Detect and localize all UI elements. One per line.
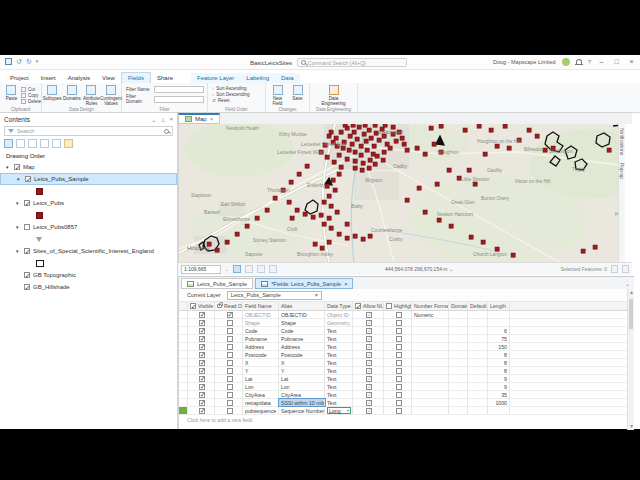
number-format-cell[interactable]: [412, 391, 449, 398]
domains-button[interactable]: Domains: [63, 85, 81, 106]
paste-button[interactable]: Paste: [3, 85, 20, 104]
default-cell[interactable]: [468, 335, 488, 342]
length-cell[interactable]: 35: [488, 391, 510, 398]
alias-cell[interactable]: X: [279, 359, 325, 366]
delete-button[interactable]: Delete: [21, 98, 41, 104]
map-canvas[interactable]: Newbold HeathKirby MuxloeLeicesterLeices…: [178, 124, 625, 262]
visible-checkbox[interactable]: [199, 352, 205, 358]
list-by-snapping-icon[interactable]: [52, 139, 61, 148]
visible-checkbox[interactable]: [199, 408, 205, 414]
save-project-icon[interactable]: [5, 58, 12, 65]
data-type-cell[interactable]: Text: [325, 399, 353, 406]
filter-domain-input[interactable]: [154, 96, 204, 103]
tab-notifications[interactable]: Notifications: [619, 128, 625, 155]
highlight-checkbox[interactable]: [396, 392, 402, 398]
grid-icon[interactable]: [245, 265, 253, 273]
alias-cell[interactable]: Shape: [279, 319, 325, 326]
filter-name-input[interactable]: [154, 86, 204, 93]
field-row[interactable]: ShapeShapeGeometry: [179, 319, 628, 327]
scale-dropdown-icon[interactable]: [225, 266, 229, 272]
visible-checkbox[interactable]: [199, 320, 205, 326]
contents-search-input[interactable]: Search: [4, 126, 173, 136]
tab-feature-layer[interactable]: Feature Layer: [191, 73, 240, 83]
domain-cell[interactable]: [449, 375, 468, 382]
length-cell[interactable]: 6: [488, 327, 510, 334]
read-only-checkbox[interactable]: [227, 336, 233, 342]
number-format-cell[interactable]: [412, 383, 449, 390]
customize-qat-icon[interactable]: [36, 58, 39, 66]
close-icon[interactable]: [344, 281, 347, 287]
length-cell[interactable]: 75: [488, 335, 510, 342]
column-header[interactable]: Alias: [279, 302, 325, 310]
length-cell[interactable]: 8: [488, 351, 510, 358]
column-header[interactable]: Visible: [188, 302, 215, 310]
default-cell[interactable]: [468, 343, 488, 350]
number-format-cell[interactable]: [412, 351, 449, 358]
data-type-cell[interactable]: Text: [325, 343, 353, 350]
data-type-cell[interactable]: Text: [325, 359, 353, 366]
subtypes-button[interactable]: Subtypes: [43, 85, 61, 106]
layer-symbol[interactable]: [0, 257, 177, 269]
alias-cell[interactable]: SSSI within 10 miles: [279, 399, 325, 406]
highlight-checkbox[interactable]: [396, 360, 402, 366]
save-button[interactable]: Save: [289, 85, 307, 106]
highlight-checkbox[interactable]: [396, 344, 402, 350]
tab-map[interactable]: Map: [178, 113, 220, 124]
selection-tool-icon[interactable]: [233, 265, 241, 273]
map-scale-input[interactable]: [181, 265, 221, 274]
visible-checkbox[interactable]: [199, 368, 205, 374]
number-format-cell[interactable]: Numeric: [412, 311, 449, 318]
tab-fields-view[interactable]: *Fields: Leics_Pubs_Sample: [255, 278, 353, 289]
field-name-cell[interactable]: Address: [243, 343, 279, 350]
default-cell[interactable]: [468, 407, 488, 414]
field-row[interactable]: LonLonText9: [179, 383, 628, 391]
tab-share[interactable]: Share: [151, 73, 179, 83]
visible-checkbox[interactable]: [199, 312, 205, 318]
alias-cell[interactable]: OBJECTID: [279, 311, 325, 318]
read-only-checkbox[interactable]: [227, 352, 233, 358]
number-format-cell[interactable]: [412, 343, 449, 350]
layer-tree-item[interactable]: GB_Hillshade: [0, 281, 177, 293]
number-format-cell[interactable]: [412, 359, 449, 366]
data-type-cell[interactable]: Long: [325, 407, 353, 414]
visible-checkbox[interactable]: [199, 336, 205, 342]
domain-cell[interactable]: [449, 407, 468, 414]
highlight-checkbox[interactable]: [396, 336, 402, 342]
current-layer-select[interactable]: Leics_Pubs_Sample: [227, 291, 322, 300]
default-cell[interactable]: [468, 391, 488, 398]
field-row[interactable]: LatLatText9: [179, 375, 628, 383]
alias-cell[interactable]: Lat: [279, 375, 325, 382]
list-by-editing-icon[interactable]: [40, 139, 49, 148]
column-header[interactable]: Default: [468, 302, 488, 310]
maximize-button[interactable]: □: [612, 57, 621, 66]
default-cell[interactable]: [468, 351, 488, 358]
new-field-button[interactable]: New Field: [269, 85, 287, 106]
expander-icon[interactable]: ▾: [16, 200, 21, 206]
layer-visibility-checkbox[interactable]: [24, 284, 30, 290]
domain-cell[interactable]: [449, 311, 468, 318]
close-icon[interactable]: [210, 116, 214, 122]
column-header[interactable]: Read Only: [215, 302, 243, 310]
coordinate-readout[interactable]: 444,564.078 296,670.154 m: [281, 266, 557, 272]
list-by-selection-icon[interactable]: [28, 139, 37, 148]
domain-cell[interactable]: [449, 319, 468, 326]
redo-icon[interactable]: [26, 58, 32, 66]
field-name-cell[interactable]: Shape: [243, 319, 279, 326]
highlight-checkbox[interactable]: [396, 376, 402, 382]
domain-cell[interactable]: [449, 367, 468, 374]
scroll-down-icon[interactable]: ▼: [628, 423, 635, 430]
layer-tree-item[interactable]: ▾Leics_Pubs_Sample: [0, 173, 177, 185]
tab-insert[interactable]: Insert: [35, 73, 62, 83]
field-name-cell[interactable]: Lon: [243, 383, 279, 390]
tab-labeling[interactable]: Labeling: [240, 73, 275, 83]
field-name-cell[interactable]: Y: [243, 367, 279, 374]
column-header[interactable]: Data Type: [325, 302, 353, 310]
length-cell[interactable]: 1000: [488, 399, 510, 406]
data-type-cell[interactable]: Text: [325, 367, 353, 374]
visible-checkbox[interactable]: [199, 392, 205, 398]
column-header[interactable]: Number Format: [412, 302, 449, 310]
read-only-checkbox[interactable]: [227, 368, 233, 374]
add-data-icon[interactable]: [269, 265, 277, 273]
read-only-checkbox[interactable]: [227, 320, 233, 326]
column-header[interactable]: Highlight: [384, 302, 412, 310]
